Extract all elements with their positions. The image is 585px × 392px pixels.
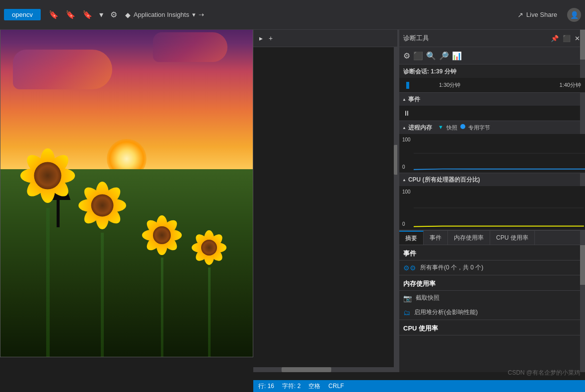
memory-chart-svg (414, 136, 585, 171)
sunflower-4 (189, 228, 229, 357)
sunset-image (0, 15, 253, 357)
user-icon: 👤 (570, 11, 579, 19)
flower-stem-1 (46, 208, 50, 357)
memory-triangle-icon: ▲ (402, 126, 406, 130)
heap-item[interactable]: 🗂 启用堆分析(会影响性能) (399, 305, 585, 320)
flower-head-4 (189, 228, 229, 267)
memory-legend: ▼ 快照 专用字节 (438, 124, 490, 131)
private-bytes-dot (460, 124, 465, 129)
chart-icon[interactable]: 📊 (452, 51, 462, 61)
cpu-min-label: 0 (402, 221, 405, 227)
events-content: ⏸ (399, 106, 585, 121)
tab-cpu[interactable]: CPU 使用率 (490, 231, 535, 245)
live-share-button[interactable]: ↗ Live Share (512, 9, 563, 21)
flower-center-4 (201, 240, 217, 256)
bookmark-dropdown-icon[interactable]: ▾ (97, 9, 105, 20)
insights-icon: ◆ (125, 11, 131, 19)
sunflower-1 (15, 143, 80, 357)
tab-memory[interactable]: 内存使用率 (448, 231, 490, 245)
flower-center-1 (34, 162, 62, 190)
snapshot-item[interactable]: 📷 截取快照 (399, 291, 585, 305)
flower-head-1 (15, 143, 80, 208)
settings-diag-icon[interactable]: ⚙ (403, 51, 410, 61)
session-info: 诊断会话: 1:39 分钟 (399, 65, 585, 78)
image-content (0, 15, 253, 357)
editor-toolbar: ▸ + (253, 30, 399, 47)
flower-stem-4 (208, 267, 211, 357)
bookmark-icon-1[interactable]: 🔖 (47, 9, 61, 20)
timeline-indicator (406, 82, 409, 89)
flower-stem-3 (161, 258, 163, 357)
settings-icon[interactable]: ⚙ (108, 9, 119, 20)
flower-head-2 (75, 178, 130, 233)
memory-min-label: 0 (402, 164, 405, 170)
cpu-section-header[interactable]: ▲ CPU (所有处理器的百分比) (399, 173, 585, 186)
status-line: 行: 16 (258, 382, 274, 391)
cloud-left (13, 50, 112, 89)
events-summary-title: 事件 (399, 245, 585, 261)
editor-content[interactable] (253, 47, 399, 372)
live-share-label: Live Share (526, 11, 557, 18)
all-events-item[interactable]: ⚙⚙ 所有事件(0 个，共 0 个) (399, 261, 585, 275)
events-item-icon: ⚙⚙ (403, 264, 416, 272)
memory-section-label: 进程内存 (408, 124, 432, 132)
private-bytes-label: 专用字节 (468, 124, 490, 131)
diagnostic-panel: 诊断工具 📌 ⬛ ✕ ⚙ ⬛ 🔍 🔎 📊 诊断会话: 1:39 分钟 1:30分… (399, 30, 585, 372)
add-icon[interactable]: + (267, 33, 275, 43)
zoom-in-icon[interactable]: 🔍 (426, 51, 436, 61)
snapshot-legend-label: 快照 (446, 124, 457, 131)
encoding-label: CRLF (328, 383, 344, 390)
record-icon[interactable]: ⬛ (413, 51, 423, 61)
pause-icon[interactable]: ⏸ (403, 109, 410, 117)
diagnostic-toolbar: ⚙ ⬛ 🔍 🔎 📊 (399, 47, 585, 65)
flowers-layer (0, 135, 253, 357)
run-icon[interactable]: ▸ (257, 33, 265, 43)
all-events-label: 所有事件(0 个，共 0 个) (420, 263, 483, 272)
horizontal-scrollbar-thumb[interactable] (282, 367, 331, 372)
insights-arrow-icon: ⇢ (199, 11, 204, 18)
zoom-out-icon[interactable]: 🔎 (439, 51, 449, 61)
diag-scroll-thumb[interactable] (580, 30, 585, 60)
cloud-right (153, 32, 227, 62)
status-space: 空格 (308, 382, 320, 391)
live-share-icon: ↗ (517, 11, 523, 19)
flower-stem-2 (101, 233, 104, 357)
tab-summary[interactable]: 摘要 (399, 231, 424, 245)
user-avatar[interactable]: 👤 (567, 8, 581, 22)
insights-dropdown-icon: ▾ (192, 11, 196, 18)
bookmark-icon-3[interactable]: 🔖 (80, 9, 94, 20)
summary-scrollbar[interactable] (580, 245, 585, 372)
flower-center-3 (153, 226, 171, 244)
application-insights-label: Application Insights (134, 11, 189, 18)
char-label: 字符: 2 (282, 382, 300, 391)
bottom-tabs: 摘要 事件 内存使用率 CPU 使用率 (399, 230, 585, 245)
cpu-summary-title: CPU 使用率 (399, 320, 585, 335)
camera-icon: 📷 (403, 294, 412, 302)
events-section-label: 事件 (408, 95, 420, 104)
events-section-header[interactable]: ▲ 事件 (399, 93, 585, 106)
flower-head-3 (140, 213, 184, 258)
summary-scrollbar-thumb[interactable] (580, 245, 585, 285)
toolbar-left: opencv 🔖 🔖 🔖 ▾ ⚙ ◆ Application Insights … (4, 9, 208, 21)
diagnostic-title: 诊断工具 (403, 34, 548, 43)
heap-icon: 🗂 (403, 309, 410, 317)
horizontal-scrollbar[interactable] (253, 367, 394, 372)
diagnostic-header: 诊断工具 📌 ⬛ ✕ (399, 30, 585, 47)
dock-icon[interactable]: ⬛ (562, 34, 572, 43)
cpu-triangle-icon: ▲ (402, 178, 406, 182)
timeline-label-140: 1:40分钟 (560, 81, 581, 89)
tab-events[interactable]: 事件 (424, 231, 448, 245)
cpu-section-label: CPU (所有处理器的百分比) (408, 176, 480, 184)
timeline: 1:30分钟 1:40分钟 (399, 78, 585, 93)
application-insights-button[interactable]: ◆ Application Insights ▾ ⇢ (121, 9, 208, 21)
pin-icon[interactable]: 📌 (550, 34, 560, 43)
snapshot-legend-icon: ▼ (438, 124, 443, 131)
memory-section-header[interactable]: ▲ 进程内存 ▼ 快照 专用字节 (399, 121, 585, 134)
snapshot-label: 截取快照 (416, 294, 439, 302)
opencv-tab[interactable]: opencv (4, 9, 41, 20)
summary-panel: 事件 ⚙⚙ 所有事件(0 个，共 0 个) 内存使用率 📷 截取快照 🗂 启用堆… (399, 245, 585, 372)
bookmark-icon-2[interactable]: 🔖 (64, 9, 77, 20)
sunflower-3 (140, 213, 184, 357)
cpu-max-label: 100 (402, 189, 411, 195)
events-triangle-icon: ▲ (402, 97, 406, 102)
